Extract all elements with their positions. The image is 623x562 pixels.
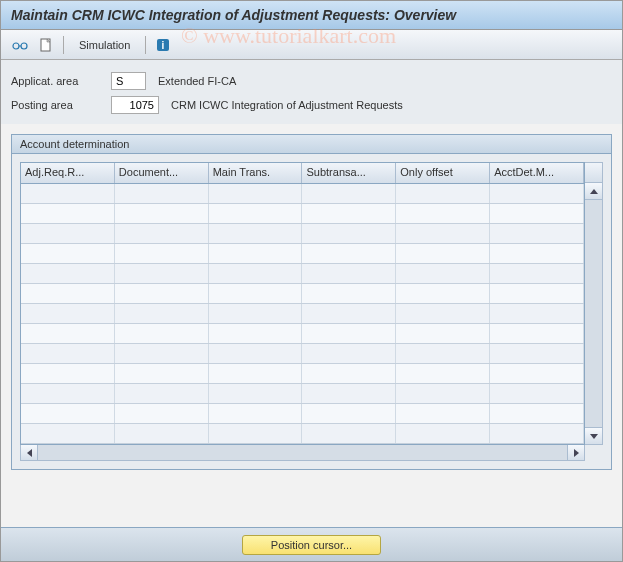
grid-cell[interactable] [209, 424, 303, 443]
grid-cell[interactable] [396, 304, 490, 323]
grid-header-cell[interactable]: Only offset [396, 163, 490, 183]
grid-cell[interactable] [115, 344, 209, 363]
data-grid[interactable]: Adj.Req.R...Document...Main Trans.Subtra… [20, 162, 585, 445]
grid-cell[interactable] [115, 244, 209, 263]
table-row[interactable] [21, 324, 584, 344]
grid-cell[interactable] [302, 424, 396, 443]
new-document-button[interactable] [35, 35, 57, 55]
grid-cell[interactable] [302, 404, 396, 423]
grid-cell[interactable] [396, 404, 490, 423]
grid-header-cell[interactable]: Adj.Req.R... [21, 163, 115, 183]
grid-cell[interactable] [396, 264, 490, 283]
grid-cell[interactable] [209, 224, 303, 243]
scrollbar-track[interactable] [585, 200, 602, 427]
grid-cell[interactable] [115, 324, 209, 343]
applicat-area-input[interactable] [111, 72, 146, 90]
grid-cell[interactable] [490, 384, 584, 403]
grid-cell[interactable] [209, 244, 303, 263]
grid-cell[interactable] [490, 284, 584, 303]
grid-cell[interactable] [209, 264, 303, 283]
grid-cell[interactable] [209, 204, 303, 223]
grid-cell[interactable] [21, 264, 115, 283]
table-row[interactable] [21, 404, 584, 424]
grid-cell[interactable] [21, 184, 115, 203]
grid-cell[interactable] [490, 324, 584, 343]
grid-cell[interactable] [396, 224, 490, 243]
simulation-button[interactable]: Simulation [70, 36, 139, 54]
grid-cell[interactable] [396, 284, 490, 303]
grid-cell[interactable] [115, 404, 209, 423]
grid-cell[interactable] [21, 304, 115, 323]
grid-cell[interactable] [490, 344, 584, 363]
grid-cell[interactable] [302, 344, 396, 363]
grid-cell[interactable] [490, 264, 584, 283]
grid-cell[interactable] [209, 404, 303, 423]
grid-header-cell[interactable]: Subtransa... [302, 163, 396, 183]
grid-cell[interactable] [21, 204, 115, 223]
grid-cell[interactable] [115, 284, 209, 303]
grid-cell[interactable] [490, 424, 584, 443]
grid-cell[interactable] [302, 204, 396, 223]
grid-cell[interactable] [115, 264, 209, 283]
grid-cell[interactable] [396, 384, 490, 403]
grid-cell[interactable] [396, 324, 490, 343]
info-button[interactable]: i [152, 35, 174, 55]
grid-cell[interactable] [302, 304, 396, 323]
table-row[interactable] [21, 184, 584, 204]
grid-cell[interactable] [21, 384, 115, 403]
position-cursor-button[interactable]: Position cursor... [242, 535, 381, 555]
scroll-down-button[interactable] [585, 427, 602, 444]
grid-cell[interactable] [490, 364, 584, 383]
grid-cell[interactable] [115, 304, 209, 323]
grid-cell[interactable] [209, 184, 303, 203]
grid-cell[interactable] [302, 184, 396, 203]
grid-cell[interactable] [21, 284, 115, 303]
grid-cell[interactable] [115, 184, 209, 203]
grid-cell[interactable] [21, 404, 115, 423]
grid-cell[interactable] [396, 204, 490, 223]
grid-cell[interactable] [302, 284, 396, 303]
table-row[interactable] [21, 424, 584, 444]
grid-cell[interactable] [490, 244, 584, 263]
grid-cell[interactable] [302, 224, 396, 243]
grid-header-cell[interactable]: AcctDet.M... [490, 163, 584, 183]
grid-cell[interactable] [209, 364, 303, 383]
grid-cell[interactable] [115, 424, 209, 443]
table-row[interactable] [21, 244, 584, 264]
grid-cell[interactable] [115, 224, 209, 243]
table-row[interactable] [21, 264, 584, 284]
grid-cell[interactable] [302, 384, 396, 403]
glasses-button[interactable] [9, 35, 31, 55]
grid-cell[interactable] [396, 424, 490, 443]
vertical-scrollbar[interactable] [585, 162, 603, 445]
grid-cell[interactable] [302, 264, 396, 283]
grid-cell[interactable] [396, 184, 490, 203]
grid-cell[interactable] [21, 424, 115, 443]
grid-cell[interactable] [21, 324, 115, 343]
table-row[interactable] [21, 284, 584, 304]
table-row[interactable] [21, 304, 584, 324]
grid-cell[interactable] [490, 204, 584, 223]
grid-cell[interactable] [21, 344, 115, 363]
grid-cell[interactable] [115, 364, 209, 383]
grid-cell[interactable] [302, 364, 396, 383]
grid-cell[interactable] [115, 204, 209, 223]
table-row[interactable] [21, 224, 584, 244]
grid-cell[interactable] [115, 384, 209, 403]
grid-cell[interactable] [209, 304, 303, 323]
grid-cell[interactable] [396, 364, 490, 383]
grid-cell[interactable] [21, 244, 115, 263]
grid-cell[interactable] [209, 284, 303, 303]
grid-cell[interactable] [490, 184, 584, 203]
grid-cell[interactable] [396, 344, 490, 363]
posting-area-input[interactable] [111, 96, 159, 114]
grid-header-cell[interactable]: Document... [115, 163, 209, 183]
grid-cell[interactable] [209, 384, 303, 403]
grid-cell[interactable] [302, 324, 396, 343]
table-row[interactable] [21, 204, 584, 224]
table-row[interactable] [21, 384, 584, 404]
grid-header-cell[interactable]: Main Trans. [209, 163, 303, 183]
grid-cell[interactable] [21, 364, 115, 383]
grid-cell[interactable] [396, 244, 490, 263]
horizontal-scrollbar[interactable] [20, 445, 585, 461]
